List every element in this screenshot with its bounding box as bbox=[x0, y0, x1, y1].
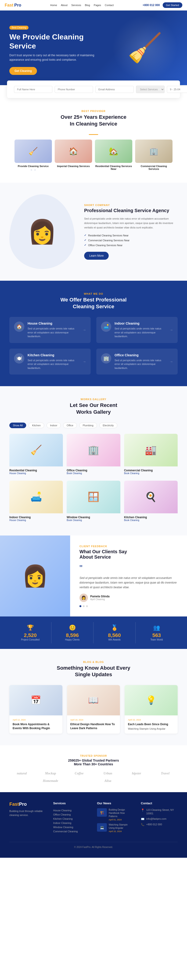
author-avatar: 👩 bbox=[80, 593, 88, 602]
work-img-window: 🪟 🔍 bbox=[67, 480, 120, 513]
filter-show-all[interactable]: Show All bbox=[10, 423, 26, 428]
nav-contact[interactable]: Contact bbox=[105, 4, 113, 6]
work-info-office: Office Cleaning Book Cleaning bbox=[67, 466, 120, 477]
thumb-item-4[interactable]: 🏢 Commercial Cleaning Services bbox=[135, 140, 173, 171]
blog-body-3: April 22, 2024 Each Leads Been Since Doi… bbox=[125, 715, 177, 733]
nav-pages[interactable]: Pages bbox=[94, 4, 101, 6]
service-card-house[interactable]: 🏠 House Cleaning Sed ut perspiciatis und… bbox=[10, 317, 91, 343]
thumb-item-3[interactable]: 🏡 Residential Cleaning Services Near bbox=[95, 140, 132, 171]
work-info-commercial: Commercial Cleaning Book Cleaning bbox=[124, 466, 177, 477]
service-card-office[interactable]: 🏢 Office Cleaning Sed ut perspiciatis un… bbox=[96, 348, 177, 375]
blog-card-2[interactable]: 📖 April 18, 2024 Ethical Design Handbook… bbox=[67, 685, 120, 733]
footer-service-1[interactable]: House Cleaning bbox=[53, 808, 90, 813]
services-label: What We Do bbox=[10, 293, 177, 295]
nav-home[interactable]: Home bbox=[50, 4, 57, 6]
footer-news-item-2[interactable]: 💻 Watching Stampin Using Angular April 1… bbox=[97, 823, 134, 832]
counter-icon-clients: 😊 bbox=[54, 624, 91, 631]
work-card-kitchen[interactable]: 🍳 🔍 Kitchen Cleaning Book Cleaning bbox=[124, 480, 177, 524]
sponsor-hipster: hipster bbox=[132, 772, 141, 775]
work-card-window[interactable]: 🪟 🔍 Window Cleaning Book Cleaning bbox=[67, 480, 120, 524]
work-card-indoor[interactable]: 🛋️ 🔍 Indoor Cleaning House Cleaning bbox=[10, 480, 63, 524]
thumb-title-4: Commercial Cleaning Services bbox=[135, 165, 173, 170]
filter-office[interactable]: Office bbox=[63, 423, 77, 428]
get-started-button[interactable]: Get Started bbox=[163, 2, 182, 8]
hero-cta-button[interactable]: Get Cleaning bbox=[10, 67, 37, 75]
booking-email-input[interactable] bbox=[95, 86, 134, 93]
footer-phone: 📞 +800 012 000 bbox=[141, 823, 178, 826]
booking-date-input[interactable] bbox=[167, 86, 187, 93]
nav-services[interactable]: Services bbox=[71, 4, 81, 6]
counter-label-awards: Win Awards bbox=[96, 638, 133, 641]
sponsors-label: Trusted Sponsor bbox=[10, 755, 177, 757]
footer-bottom: © 2024 FastPro. All Rights Reserved. bbox=[10, 842, 177, 848]
service-card-indoor[interactable]: 🛋️ Indoor Cleaning Sed ut perspiciatis u… bbox=[96, 317, 177, 343]
work-card-commercial[interactable]: 🏭 🔍 Commercial Cleaning Book Cleaning bbox=[124, 434, 177, 477]
footer-service-4[interactable]: Indoor Cleaning bbox=[53, 821, 90, 825]
booking-phone-input[interactable] bbox=[55, 86, 93, 93]
testimonial-label: Client Feedback bbox=[80, 545, 177, 547]
thumb-title-1: Provide Cleaning Service bbox=[14, 165, 52, 167]
testimonial-dot-3[interactable] bbox=[86, 605, 88, 607]
footer-service-5[interactable]: Window Cleaning bbox=[53, 825, 90, 829]
footer-news-img-1: 🏗️ bbox=[97, 808, 107, 817]
work-title-office: Office Cleaning bbox=[67, 469, 120, 472]
counter-team: 👥 563 Team World bbox=[136, 622, 177, 643]
hero-section: Best Cleaning We Provide Cleaning Servic… bbox=[0, 11, 187, 85]
work-cat-indoor: House Cleaning bbox=[10, 519, 63, 522]
footer-service-3[interactable]: Kitchen Cleaning bbox=[53, 817, 90, 821]
service-arrow-office: → bbox=[170, 360, 173, 364]
email-icon: ✉️ bbox=[141, 818, 144, 821]
about-list-item-3: Office Cleaning Services Near bbox=[84, 243, 177, 248]
filter-kitchen[interactable]: Kitchen bbox=[29, 423, 44, 428]
hero-title: We Provide Cleaning Service bbox=[10, 32, 103, 50]
footer-email-text: info@fastpro.com bbox=[146, 817, 166, 821]
testimonial-dots bbox=[80, 605, 177, 607]
services-title: We Offer Best Professional Cleaning Serv… bbox=[10, 297, 177, 310]
sponsors-title: 259025+ Global Trusted Partners More Tha… bbox=[10, 759, 177, 766]
service-title-office: Office Cleaning bbox=[115, 353, 166, 357]
nav-phone: +800 012 000 bbox=[142, 3, 160, 7]
blog-date-1: April 12, 2024 bbox=[13, 719, 26, 721]
booking-service-select[interactable]: Select Services bbox=[136, 86, 165, 93]
filter-indoor[interactable]: Indoor bbox=[46, 423, 61, 428]
about-learn-more-button[interactable]: Learn More bbox=[84, 252, 109, 260]
hero-person-illustration: 🧹 bbox=[112, 15, 177, 81]
footer-col-contact: Contact 📍 123 Cleaning Street, NY 10001 … bbox=[141, 802, 178, 835]
logo[interactable]: FastPro bbox=[5, 3, 21, 8]
footer-logo: FastPro bbox=[10, 802, 46, 807]
footer-news-item-1[interactable]: 🏗️ Building Design Handbook How Patterns… bbox=[97, 808, 134, 821]
nav-about[interactable]: About bbox=[61, 4, 67, 6]
work-title-indoor: Indoor Cleaning bbox=[10, 515, 63, 519]
footer-address-text: 123 Cleaning Street, NY 10001 bbox=[146, 808, 178, 816]
testimonial-dot-2[interactable] bbox=[83, 605, 85, 607]
blog-grid: 📅 April 12, 2024 Book More Appointments … bbox=[10, 685, 177, 733]
blog-card-1[interactable]: 📅 April 12, 2024 Book More Appointments … bbox=[10, 685, 62, 733]
blog-img-3: 💡 bbox=[125, 685, 177, 715]
blog-date-3: April 22, 2024 bbox=[128, 719, 141, 721]
hero-badge: Best Cleaning bbox=[10, 25, 29, 30]
work-card-office[interactable]: 🏢 🔍 Office Cleaning Book Cleaning bbox=[67, 434, 120, 477]
nav-links: Home About Services Blog Pages Contact bbox=[50, 4, 113, 6]
thumb-img-2: 🏠 bbox=[55, 140, 92, 163]
footer-news-img-2: 💻 bbox=[97, 823, 107, 832]
thumb-item-2[interactable]: 🏠 Imperial Cleaning Services bbox=[55, 140, 92, 171]
booking-name-input[interactable] bbox=[14, 86, 52, 93]
filter-plumbing[interactable]: Plumbing bbox=[79, 423, 97, 428]
footer-service-2[interactable]: Office Cleaning bbox=[53, 813, 90, 817]
footer-col-news: Our News 🏗️ Building Design Handbook How… bbox=[97, 802, 134, 835]
booking-bar: Select Services Book an Appointment → bbox=[7, 81, 180, 98]
filter-electricity[interactable]: Electricity bbox=[99, 423, 117, 428]
work-cat-kitchen: Book Cleaning bbox=[124, 519, 177, 522]
thumb-item-1[interactable]: 🧹 Provide Cleaning Service ← → bbox=[14, 140, 52, 171]
about-list-item-2: Commercial Cleaning Services Near bbox=[84, 238, 177, 243]
blog-card-3[interactable]: 💡 April 22, 2024 Each Leads Been Since D… bbox=[125, 685, 177, 733]
work-cat-residential: House Cleaning bbox=[10, 472, 63, 475]
service-card-kitchen[interactable]: 🍽️ Kitchen Cleaning Sed ut perspiciatis … bbox=[10, 348, 91, 375]
service-title-house: House Cleaning bbox=[27, 321, 80, 325]
counter-label-team: Team World bbox=[138, 638, 175, 641]
works-section: Works Gallery Let See Our Recent Works G… bbox=[0, 386, 187, 535]
work-card-residential[interactable]: 🧹 🔍 Residential Cleaning House Cleaning bbox=[10, 434, 63, 477]
testimonial-dot-1[interactable] bbox=[80, 605, 82, 607]
nav-blog[interactable]: Blog bbox=[85, 4, 90, 6]
footer-service-6[interactable]: Commercial Cleaning bbox=[53, 829, 90, 834]
